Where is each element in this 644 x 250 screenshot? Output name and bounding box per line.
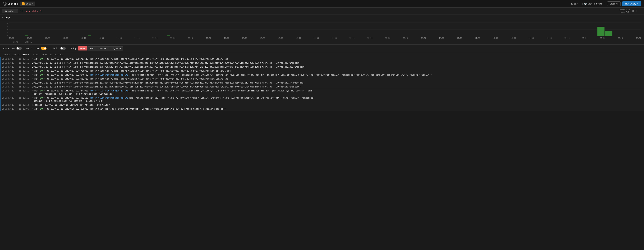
caller-link[interactable]: caller=filetargetmanager.go:170 ↵ <box>90 74 130 76</box>
main-content: ▲ Logs 20 15 10 5 0 <box>0 15 644 249</box>
log-main-line: 2019-03-11 15:29:11 level=info ts=2019-0… <box>2 96 314 100</box>
common-labels-value: stderr <box>22 54 29 56</box>
dedup-label: Dedup <box>70 47 76 50</box>
x-axis-labels: 10:00 10:10 10:20 10:30 10:40 10:50 11:0… <box>9 36 641 40</box>
topbar-right: ⊞ Split ‹ 🕐 Last 6 hours › Clear All Run… <box>570 1 641 6</box>
labels-toggle[interactable] <box>60 47 66 50</box>
graph-info: Graph: 0.1s Logs: 0.2s <box>619 9 630 14</box>
local-time-control: Local time <box>26 47 46 50</box>
log-date: 2019-03-11 <box>2 107 18 110</box>
log-date: 2019-03-11 <box>2 65 18 68</box>
log-date: 2019-03-11 <box>2 104 18 106</box>
log-time: 15:29:11 <box>19 96 30 100</box>
log-main-line: 2019-03-11 15:29:11 level=info ts=2019-0… <box>2 89 313 92</box>
query-input[interactable] <box>20 10 617 12</box>
log-text: [storage] 2019/03/11 13:29:10 listing al… <box>32 104 642 106</box>
split-button[interactable]: ⊞ Split <box>570 2 579 6</box>
log-date: 2019-03-11 <box>2 73 18 76</box>
legend-info: info <box>9 41 18 43</box>
log-text: level=info ts=2019-03-11T13:29:11.092364… <box>32 89 313 92</box>
add-query-button[interactable]: + <box>635 9 638 13</box>
log-entry: 2019-03-11 15:29:06 level=info ts=2019-0… <box>0 107 644 111</box>
y-axis-labels: 20 15 10 5 0 <box>3 22 8 36</box>
log-text: level=info ts=2019-03-11T13:29:06.092488… <box>32 107 642 110</box>
legend-unknow-label: unknow <box>25 41 32 43</box>
svg-rect-11 <box>88 34 91 36</box>
datasource-name: Loki <box>26 2 31 5</box>
query-bar: Log labels ▼ Graph: 0.1s Logs: 0.2s × + … <box>0 8 644 15</box>
log-entry: 2019-03-11 15:29:11 level=info ts=2019-0… <box>0 69 644 73</box>
dedup-control: Dedup none exact numbers signature <box>70 46 123 50</box>
log-time: 15:29:11 <box>19 73 30 76</box>
dedup-numbers-button[interactable]: numbers <box>97 46 110 50</box>
caller-link[interactable]: caller=filetargetmanager.go:170 <box>90 97 128 99</box>
log-text: 2019/03/11 13:29:11 Seeked /var/lib/dock… <box>32 81 642 84</box>
legend-unknow: unknow <box>21 41 32 43</box>
log-text: 2019/03/11 13:29:11 Seeked /var/lib/dock… <box>32 62 642 64</box>
log-text: 2019/03/11 13:29:11 Seeked /var/lib/dock… <box>32 85 642 88</box>
log-date: 2019-03-11 <box>2 58 18 60</box>
log-text: level=info ts=2019-03-11T13:29:11.094675… <box>32 69 642 72</box>
log-entry: 2019-03-11 15:29:11 level=info ts=2019-0… <box>0 77 644 81</box>
log-entry: 2019-03-11 15:29:11 2019/03/11 13:29:11 … <box>0 61 644 65</box>
svg-rect-10 <box>25 35 28 36</box>
collapse-query-button[interactable]: − <box>639 9 642 13</box>
log-date: 2019-03-11 <box>2 96 18 100</box>
log-text: level=info ts=2019-03-11T13:29:11.092364… <box>32 73 642 76</box>
time-next-button[interactable]: › <box>603 2 605 6</box>
dedup-exact-button[interactable]: exact <box>88 46 97 50</box>
log-time: 15:29:11 <box>19 65 30 68</box>
common-labels-bar: Common labels: stderr Limit: 1000 (29 re… <box>0 52 644 57</box>
chart-area: 20 15 10 5 0 <box>0 20 644 44</box>
log-entry: 2019-03-11 15:29:11 level=info ts=2019-0… <box>0 57 644 61</box>
close-query-button[interactable]: × <box>632 9 634 13</box>
log-entry: 2019-03-11 15:29:11 level=info ts=2019-0… <box>0 89 644 96</box>
log-date: 2019-03-11 <box>2 81 18 84</box>
log-time: 15:29:11 <box>19 85 30 88</box>
log-text: 2019/03/11 13:29:11 Seeked /var/lib/dock… <box>32 65 642 68</box>
datasource-selector[interactable]: L Loki ▼ <box>20 2 35 6</box>
datasource-icon: L <box>22 2 24 5</box>
dedup-signature-button[interactable]: signature <box>110 46 123 50</box>
log-text: level=info ts=2019-03-11T13:29:11.093395… <box>32 77 642 80</box>
time-range-label[interactable]: Last 6 hours <box>588 2 602 5</box>
logs-section-header[interactable]: ▲ Logs <box>0 15 644 20</box>
local-time-toggle[interactable] <box>41 47 46 50</box>
run-query-button[interactable]: Run Query ↵ <box>622 1 641 6</box>
log-time: 15:29:11 <box>19 69 30 72</box>
caller-link[interactable]: caller=filetargetmanager.go:170 ↵ <box>90 90 130 92</box>
collapse-icon: ▲ <box>2 16 3 19</box>
common-labels-label: Common labels: <box>3 54 20 56</box>
split-icon: ⊞ <box>571 2 573 5</box>
labels-label: Labels <box>51 47 59 50</box>
explore-label: Explore <box>8 2 18 5</box>
log-entry: 2019-03-11 15:29:11 level=info ts=2019-0… <box>0 73 644 77</box>
dedup-none-button[interactable]: none <box>78 46 87 50</box>
log-labels-button[interactable]: Log labels ▼ <box>2 9 18 13</box>
controls-bar: Timestamp Local time Labels Dedup none e… <box>0 44 644 52</box>
log-time: 15:29:10 <box>19 104 30 106</box>
log-entry: 2019-03-11 15:29:11 2019/03/11 13:29:11 … <box>0 81 644 85</box>
log-time: 15:29:11 <box>19 62 30 64</box>
query-bar-icons: × + − <box>632 9 642 13</box>
log-date: 2019-03-11 <box>2 85 18 88</box>
query-bar-right: Graph: 0.1s Logs: 0.2s × + − <box>619 9 642 14</box>
time-range-selector: ‹ 🕐 Last 6 hours › <box>581 2 605 6</box>
globe-icon <box>3 2 6 6</box>
chart-legend: info unknow <box>3 41 641 43</box>
chart-container: 20 15 10 5 0 <box>3 22 641 40</box>
clear-all-button[interactable]: Clear All <box>607 2 621 6</box>
chevron-down-icon: ▼ <box>32 3 34 5</box>
log-entries: 2019-03-11 15:29:11 level=info ts=2019-0… <box>0 57 644 111</box>
svg-rect-8 <box>597 27 604 36</box>
labels-control: Labels <box>51 47 66 50</box>
time-prev-button[interactable]: ‹ <box>581 2 583 6</box>
log-text: level=info ts=2019-03-11T13:29:11.095671… <box>32 58 642 60</box>
log-entry: 2019-03-11 15:29:10 [storage] 2019/03/11… <box>0 103 644 107</box>
chevron-down-icon: ▼ <box>14 10 16 12</box>
log-date: 2019-03-11 <box>2 69 18 72</box>
log-time: 15:29:11 <box>19 81 30 84</box>
timestamp-toggle[interactable] <box>16 47 22 50</box>
log-entry: 2019-03-11 15:29:11 2019/03/11 13:29:11 … <box>0 85 644 89</box>
log-entry: 2019-03-11 15:29:11 level=info ts=2019-0… <box>0 96 644 103</box>
